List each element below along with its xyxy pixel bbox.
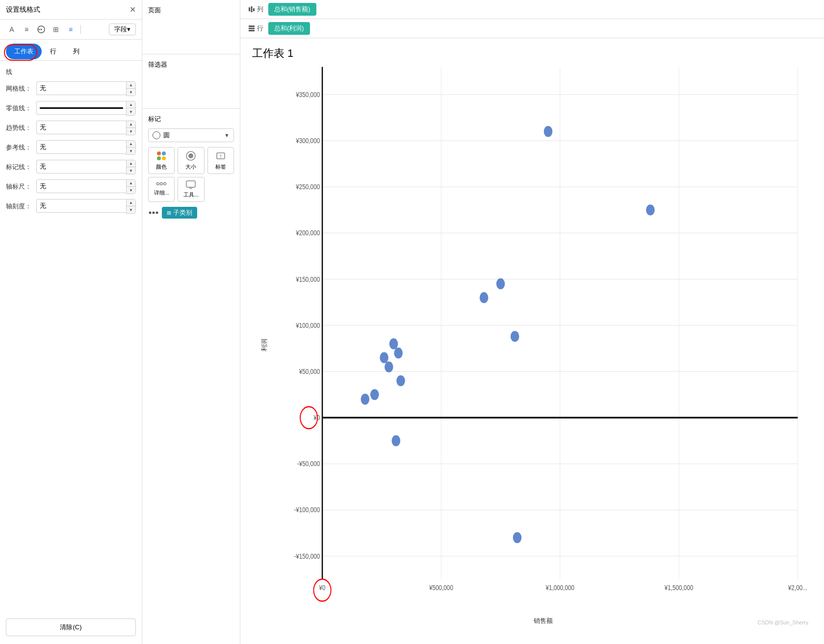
axis-ruler-down[interactable]: ▼ [127, 187, 135, 194]
svg-point-71 [513, 532, 522, 543]
row-pill[interactable]: 总和(利润) [268, 22, 310, 35]
axis-ruler-select[interactable]: 无 ▲ ▼ [36, 179, 136, 194]
svg-point-64 [396, 375, 405, 386]
svg-text:¥50,000: ¥50,000 [299, 368, 320, 376]
field-button[interactable]: 字段▾ [109, 24, 136, 35]
marks-dropdown-arrow[interactable]: ▼ [224, 132, 230, 138]
svg-point-12 [160, 183, 163, 185]
toolbar-lines-icon[interactable]: ≡ [65, 24, 77, 35]
axis-tick-down[interactable]: ▼ [127, 206, 135, 213]
grid-line-stepper[interactable]: ▲ ▼ [126, 81, 136, 96]
svg-point-5 [157, 156, 161, 160]
mark-line-row: 标记线： 无 ▲ ▼ [6, 160, 136, 174]
tab-row[interactable]: 行 [42, 44, 65, 61]
toolbar: A ≡ ⊞ ≡ 字段▾ [0, 20, 142, 40]
line-section-label: 线 [6, 68, 136, 76]
marks-label-item[interactable]: T 标签 [207, 147, 234, 174]
svg-text:¥2,00...: ¥2,00... [788, 584, 807, 592]
tab-worksheet[interactable]: 工作表 [6, 44, 42, 59]
mark-line-stepper[interactable]: ▲ ▼ [126, 160, 136, 174]
mark-line-select[interactable]: 无 ▲ ▼ [36, 160, 136, 174]
marks-tooltip-label: 工具... [183, 191, 199, 198]
svg-point-6 [162, 156, 166, 160]
mark-line-down[interactable]: ▼ [127, 167, 135, 174]
axis-tick-select[interactable]: 无 ▲ ▼ [36, 199, 136, 214]
zero-line-up[interactable]: ▲ [127, 101, 135, 108]
page-section-content [148, 19, 234, 48]
svg-point-8 [188, 153, 193, 158]
col-pill[interactable]: 总和(销售额) [268, 3, 316, 16]
sub-cat-table-icon: ⊞ [167, 210, 171, 216]
zero-line-stepper[interactable]: ▲ ▼ [126, 101, 136, 116]
svg-point-3 [157, 151, 161, 155]
grid-line-up[interactable]: ▲ [127, 82, 135, 89]
panel-header: 设置线格式 ✕ [0, 0, 142, 20]
toolbar-shading-icon[interactable] [35, 24, 47, 35]
format-tabs: 工作表 行 列 [0, 40, 142, 61]
sub-cat-row: ⊞ 子类别 [148, 207, 234, 219]
y-axis-label: 利润 [260, 339, 269, 351]
trend-line-value: 无 [36, 121, 126, 134]
svg-rect-18 [249, 7, 250, 11]
axis-tick-label: 轴刻度： [6, 202, 33, 211]
line-section: 线 网格线： 无 ▲ ▼ 零值线： ▲ ▼ [0, 61, 142, 225]
tab-col[interactable]: 列 [65, 44, 88, 61]
marks-size-label: 大小 [185, 163, 196, 171]
clear-button[interactable]: 清除(C) [6, 619, 136, 636]
svg-text:¥200,000: ¥200,000 [295, 229, 320, 237]
svg-point-4 [162, 151, 166, 155]
grid-line-down[interactable]: ▼ [127, 89, 135, 96]
ref-line-up[interactable]: ▲ [127, 141, 135, 148]
trend-line-down[interactable]: ▼ [127, 128, 135, 135]
marks-color-item[interactable]: 颜色 [148, 147, 175, 174]
trend-line-select[interactable]: 无 ▲ ▼ [36, 121, 136, 135]
axis-tick-value: 无 [36, 199, 126, 213]
mark-line-up[interactable]: ▲ [127, 160, 135, 167]
svg-point-1 [39, 29, 40, 30]
trend-line-up[interactable]: ▲ [127, 121, 135, 128]
svg-point-61 [385, 361, 393, 372]
marks-size-item[interactable]: 大小 [178, 147, 204, 174]
sub-cat-label: 子类别 [173, 208, 192, 217]
marks-color-label: 颜色 [156, 163, 167, 171]
ref-line-select[interactable]: 无 ▲ ▼ [36, 140, 136, 155]
axis-tick-stepper[interactable]: ▲ ▼ [126, 199, 136, 214]
axis-ruler-up[interactable]: ▲ [127, 180, 135, 187]
axis-ruler-row: 轴标尺： 无 ▲ ▼ [6, 179, 136, 194]
filter-section-content [148, 73, 234, 102]
svg-point-16 [153, 212, 155, 214]
svg-point-15 [149, 212, 152, 214]
svg-point-13 [164, 183, 166, 185]
marks-type-row[interactable]: 圆 ▼ [148, 128, 234, 142]
grid-line-label: 网格线： [6, 84, 33, 93]
marks-detail-item[interactable]: 详细... [148, 177, 175, 202]
filter-section-title: 筛选器 [148, 60, 234, 69]
ref-line-stepper[interactable]: ▲ ▼ [126, 140, 136, 155]
svg-point-62 [389, 338, 398, 349]
zero-line-select[interactable]: ▲ ▼ [36, 101, 136, 116]
svg-text:¥250,000: ¥250,000 [295, 183, 320, 191]
svg-text:T: T [219, 154, 222, 159]
panel-title: 设置线格式 [6, 5, 40, 14]
row-icon [248, 25, 255, 32]
svg-point-66 [480, 292, 489, 303]
close-button[interactable]: ✕ [129, 5, 136, 14]
grid-line-select[interactable]: 无 ▲ ▼ [36, 81, 136, 96]
marks-tooltip-item[interactable]: 工具... [178, 177, 204, 202]
mid-panel: 页面 筛选器 标记 圆 ▼ 颜色 [142, 0, 240, 644]
format-panel: 设置线格式 ✕ A ≡ ⊞ ≡ 字段▾ 工作表 行 列 线 网格线： 无 [0, 0, 142, 644]
mark-line-value: 无 [36, 160, 126, 173]
toolbar-align-icon[interactable]: ≡ [21, 24, 32, 35]
col-icon [248, 6, 255, 13]
toolbar-border-icon[interactable]: ⊞ [50, 24, 62, 35]
toolbar-separator [80, 25, 81, 34]
toolbar-text-icon[interactable]: A [6, 24, 18, 35]
axis-ruler-stepper[interactable]: ▲ ▼ [126, 179, 136, 194]
axis-tick-up[interactable]: ▲ [127, 199, 135, 206]
zero-line-down[interactable]: ▼ [127, 108, 135, 115]
sub-cat-badge[interactable]: ⊞ 子类别 [162, 207, 197, 219]
svg-point-70 [646, 204, 655, 215]
trend-line-stepper[interactable]: ▲ ▼ [126, 121, 136, 135]
ref-line-down[interactable]: ▼ [127, 148, 135, 154]
svg-point-59 [370, 389, 379, 400]
